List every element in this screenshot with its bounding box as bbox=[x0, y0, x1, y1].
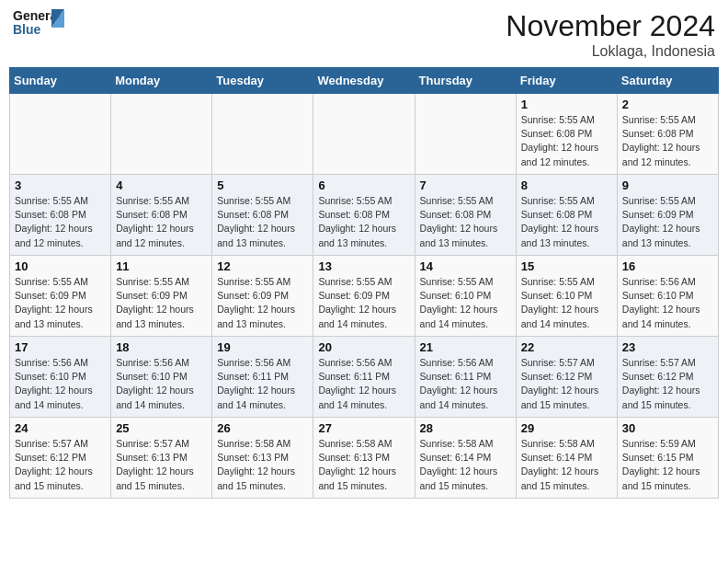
day-cell: 28Sunrise: 5:58 AMSunset: 6:14 PMDayligh… bbox=[415, 418, 516, 499]
day-cell: 10Sunrise: 5:55 AMSunset: 6:09 PMDayligh… bbox=[10, 256, 111, 337]
day-number: 29 bbox=[521, 421, 612, 435]
day-cell: 27Sunrise: 5:58 AMSunset: 6:13 PMDayligh… bbox=[313, 418, 415, 499]
day-number: 19 bbox=[217, 340, 308, 354]
day-cell: 17Sunrise: 5:56 AMSunset: 6:10 PMDayligh… bbox=[10, 337, 111, 418]
week-row-1: 1Sunrise: 5:55 AMSunset: 6:08 PMDaylight… bbox=[10, 94, 719, 175]
day-info: Sunrise: 5:58 AMSunset: 6:13 PMDaylight:… bbox=[318, 437, 409, 493]
day-cell: 26Sunrise: 5:58 AMSunset: 6:13 PMDayligh… bbox=[212, 418, 313, 499]
day-number: 15 bbox=[521, 259, 612, 273]
day-info: Sunrise: 5:55 AMSunset: 6:08 PMDaylight:… bbox=[521, 194, 612, 250]
day-info: Sunrise: 5:55 AMSunset: 6:08 PMDaylight:… bbox=[420, 194, 511, 250]
day-number: 16 bbox=[622, 259, 713, 273]
day-number: 25 bbox=[116, 421, 207, 435]
day-number: 5 bbox=[217, 178, 308, 192]
day-cell: 1Sunrise: 5:55 AMSunset: 6:08 PMDaylight… bbox=[516, 94, 617, 175]
col-header-friday: Friday bbox=[516, 68, 617, 94]
day-number: 20 bbox=[318, 340, 409, 354]
day-info: Sunrise: 5:56 AMSunset: 6:10 PMDaylight:… bbox=[116, 356, 207, 412]
day-cell: 24Sunrise: 5:57 AMSunset: 6:12 PMDayligh… bbox=[10, 418, 111, 499]
day-info: Sunrise: 5:55 AMSunset: 6:08 PMDaylight:… bbox=[15, 194, 106, 250]
day-number: 14 bbox=[420, 259, 511, 273]
day-info: Sunrise: 5:55 AMSunset: 6:09 PMDaylight:… bbox=[318, 275, 409, 331]
day-cell bbox=[313, 94, 415, 175]
day-number: 24 bbox=[15, 421, 106, 435]
day-info: Sunrise: 5:55 AMSunset: 6:10 PMDaylight:… bbox=[420, 275, 511, 331]
week-row-5: 24Sunrise: 5:57 AMSunset: 6:12 PMDayligh… bbox=[10, 418, 719, 499]
day-cell: 4Sunrise: 5:55 AMSunset: 6:08 PMDaylight… bbox=[111, 175, 212, 256]
day-cell: 2Sunrise: 5:55 AMSunset: 6:08 PMDaylight… bbox=[617, 94, 718, 175]
day-cell: 13Sunrise: 5:55 AMSunset: 6:09 PMDayligh… bbox=[313, 256, 415, 337]
day-cell: 20Sunrise: 5:56 AMSunset: 6:11 PMDayligh… bbox=[313, 337, 415, 418]
day-info: Sunrise: 5:55 AMSunset: 6:08 PMDaylight:… bbox=[217, 194, 308, 250]
day-cell: 25Sunrise: 5:57 AMSunset: 6:13 PMDayligh… bbox=[111, 418, 212, 499]
day-number: 28 bbox=[420, 421, 511, 435]
day-number: 21 bbox=[420, 340, 511, 354]
day-info: Sunrise: 5:57 AMSunset: 6:12 PMDaylight:… bbox=[622, 356, 713, 412]
day-cell: 12Sunrise: 5:55 AMSunset: 6:09 PMDayligh… bbox=[212, 256, 313, 337]
day-number: 13 bbox=[318, 259, 409, 273]
col-header-tuesday: Tuesday bbox=[212, 68, 313, 94]
day-info: Sunrise: 5:55 AMSunset: 6:09 PMDaylight:… bbox=[15, 275, 106, 331]
day-number: 18 bbox=[116, 340, 207, 354]
day-number: 7 bbox=[420, 178, 511, 192]
calendar-table: SundayMondayTuesdayWednesdayThursdayFrid… bbox=[9, 67, 719, 499]
day-number: 30 bbox=[622, 421, 713, 435]
day-info: Sunrise: 5:57 AMSunset: 6:13 PMDaylight:… bbox=[116, 437, 207, 493]
day-cell: 14Sunrise: 5:55 AMSunset: 6:10 PMDayligh… bbox=[415, 256, 516, 337]
day-number: 12 bbox=[217, 259, 308, 273]
day-number: 8 bbox=[521, 178, 612, 192]
day-number: 17 bbox=[15, 340, 106, 354]
day-cell: 3Sunrise: 5:55 AMSunset: 6:08 PMDaylight… bbox=[10, 175, 111, 256]
day-info: Sunrise: 5:57 AMSunset: 6:12 PMDaylight:… bbox=[15, 437, 106, 493]
day-info: Sunrise: 5:58 AMSunset: 6:14 PMDaylight:… bbox=[521, 437, 612, 493]
page-header: General Blue November 2024 Loklaga, Indo… bbox=[9, 9, 719, 60]
day-number: 23 bbox=[622, 340, 713, 354]
day-number: 1 bbox=[521, 98, 612, 111]
day-info: Sunrise: 5:58 AMSunset: 6:14 PMDaylight:… bbox=[420, 437, 511, 493]
day-info: Sunrise: 5:55 AMSunset: 6:09 PMDaylight:… bbox=[217, 275, 308, 331]
day-cell: 6Sunrise: 5:55 AMSunset: 6:08 PMDaylight… bbox=[313, 175, 415, 256]
day-number: 10 bbox=[15, 259, 106, 273]
col-header-thursday: Thursday bbox=[415, 68, 516, 94]
day-info: Sunrise: 5:56 AMSunset: 6:11 PMDaylight:… bbox=[420, 356, 511, 412]
day-number: 3 bbox=[15, 178, 106, 192]
day-cell bbox=[212, 94, 313, 175]
day-number: 2 bbox=[622, 98, 713, 111]
day-cell: 30Sunrise: 5:59 AMSunset: 6:15 PMDayligh… bbox=[617, 418, 718, 499]
day-info: Sunrise: 5:55 AMSunset: 6:09 PMDaylight:… bbox=[622, 194, 713, 250]
day-cell: 21Sunrise: 5:56 AMSunset: 6:11 PMDayligh… bbox=[415, 337, 516, 418]
day-number: 27 bbox=[318, 421, 409, 435]
calendar-header: SundayMondayTuesdayWednesdayThursdayFrid… bbox=[10, 68, 719, 94]
day-info: Sunrise: 5:59 AMSunset: 6:15 PMDaylight:… bbox=[622, 437, 713, 493]
day-number: 6 bbox=[318, 178, 409, 192]
logo-graphic: General Blue bbox=[13, 9, 53, 50]
day-cell: 5Sunrise: 5:55 AMSunset: 6:08 PMDaylight… bbox=[212, 175, 313, 256]
day-info: Sunrise: 5:56 AMSunset: 6:11 PMDaylight:… bbox=[217, 356, 308, 412]
day-info: Sunrise: 5:58 AMSunset: 6:13 PMDaylight:… bbox=[217, 437, 308, 493]
day-number: 26 bbox=[217, 421, 308, 435]
day-info: Sunrise: 5:56 AMSunset: 6:10 PMDaylight:… bbox=[15, 356, 106, 412]
title-block: November 2024 Loklaga, Indonesia bbox=[506, 9, 715, 60]
day-cell: 22Sunrise: 5:57 AMSunset: 6:12 PMDayligh… bbox=[516, 337, 617, 418]
day-info: Sunrise: 5:56 AMSunset: 6:11 PMDaylight:… bbox=[318, 356, 409, 412]
week-row-3: 10Sunrise: 5:55 AMSunset: 6:09 PMDayligh… bbox=[10, 256, 719, 337]
day-info: Sunrise: 5:55 AMSunset: 6:08 PMDaylight:… bbox=[116, 194, 207, 250]
month-title: November 2024 bbox=[506, 9, 715, 43]
day-cell: 11Sunrise: 5:55 AMSunset: 6:09 PMDayligh… bbox=[111, 256, 212, 337]
day-cell: 8Sunrise: 5:55 AMSunset: 6:08 PMDaylight… bbox=[516, 175, 617, 256]
location: Loklaga, Indonesia bbox=[506, 43, 715, 60]
week-row-4: 17Sunrise: 5:56 AMSunset: 6:10 PMDayligh… bbox=[10, 337, 719, 418]
day-number: 11 bbox=[116, 259, 207, 273]
day-number: 22 bbox=[521, 340, 612, 354]
week-row-2: 3Sunrise: 5:55 AMSunset: 6:08 PMDaylight… bbox=[10, 175, 719, 256]
day-cell: 9Sunrise: 5:55 AMSunset: 6:09 PMDaylight… bbox=[617, 175, 718, 256]
day-info: Sunrise: 5:55 AMSunset: 6:08 PMDaylight:… bbox=[521, 113, 612, 169]
day-info: Sunrise: 5:55 AMSunset: 6:08 PMDaylight:… bbox=[318, 194, 409, 250]
day-number: 4 bbox=[116, 178, 207, 192]
col-header-wednesday: Wednesday bbox=[313, 68, 415, 94]
day-cell: 15Sunrise: 5:55 AMSunset: 6:10 PMDayligh… bbox=[516, 256, 617, 337]
day-info: Sunrise: 5:55 AMSunset: 6:10 PMDaylight:… bbox=[521, 275, 612, 331]
day-cell bbox=[111, 94, 212, 175]
col-header-monday: Monday bbox=[111, 68, 212, 94]
day-info: Sunrise: 5:57 AMSunset: 6:12 PMDaylight:… bbox=[521, 356, 612, 412]
